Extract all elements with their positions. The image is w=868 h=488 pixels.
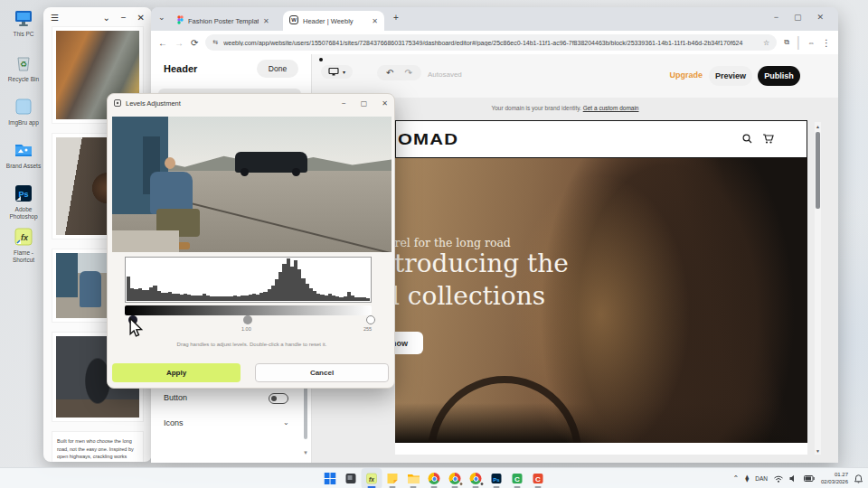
desktop-icon-photoshop[interactable]: Ps Adobe Photoshop xyxy=(4,183,43,221)
scroll-down-icon[interactable]: ▼ xyxy=(303,450,308,455)
desktop-icon-recycle-bin[interactable]: ♻ Recycle Bin xyxy=(4,52,43,83)
windows-logo-icon xyxy=(325,473,336,484)
icons-row-label: Icons xyxy=(164,418,184,427)
image-preview xyxy=(112,117,392,252)
levels-gradient-bar xyxy=(125,305,372,315)
search-icon[interactable] xyxy=(742,134,752,144)
photoshop-icon: Ps xyxy=(491,473,503,484)
site-logo[interactable]: NOMAD xyxy=(395,131,458,149)
battery-icon[interactable] xyxy=(804,475,815,482)
scroll-down-icon[interactable]: ▼ xyxy=(816,448,820,454)
close-icon[interactable]: ✕ xyxy=(382,99,388,108)
tab-close-icon[interactable]: ✕ xyxy=(372,17,378,25)
taskbar-fx-app[interactable]: fx xyxy=(362,468,382,488)
tab-strip: ⌄ Fashion Poster Templates (Com ✕ W Head… xyxy=(151,7,838,31)
done-button[interactable]: Done xyxy=(257,60,298,78)
app-c-green-icon: C xyxy=(512,473,524,484)
midtone-value: 1.00 xyxy=(241,326,251,332)
svg-text:W: W xyxy=(291,17,297,23)
browser-toolbar: ← → ⟳ ⇆ weebly.com/app/website/users/155… xyxy=(151,31,838,54)
tab-fashion-poster[interactable]: Fashion Poster Templates (Com ✕ xyxy=(171,11,278,31)
notification-bell-icon[interactable] xyxy=(854,474,863,483)
taskbar-notes-app[interactable] xyxy=(382,468,403,488)
reload-icon[interactable]: ⟳ xyxy=(191,38,198,48)
close-icon[interactable]: ✕ xyxy=(137,13,145,23)
desktop: This PC ♻ Recycle Bin ImgBru app Brand A… xyxy=(0,0,868,488)
language-indicator[interactable]: DAN xyxy=(755,475,768,482)
bookmark-star-icon[interactable]: ☆ xyxy=(763,39,769,47)
taskbar-chrome-1[interactable] xyxy=(424,468,445,488)
taskbar-file-explorer[interactable] xyxy=(403,468,424,488)
folder-image-icon xyxy=(13,139,34,161)
tray-expand-icon[interactable]: ⌃ xyxy=(733,474,740,483)
help-text: Drag handles to adjust levels. Double-cl… xyxy=(108,342,395,347)
fx-app-icon: fx xyxy=(13,226,34,248)
minimize-icon[interactable]: − xyxy=(342,99,346,108)
levels-dialog-icon xyxy=(114,99,121,107)
desktop-icon-label: ImgBru app xyxy=(4,119,43,127)
taskbar-photoshop[interactable]: Ps xyxy=(486,468,507,488)
blue-app-icon xyxy=(13,96,34,117)
shop-now-button[interactable]: Shop now xyxy=(395,332,423,354)
desktop-icon-brand-assets[interactable]: Brand Assets xyxy=(4,139,43,170)
minimize-icon[interactable]: − xyxy=(774,13,778,22)
browser-menu-icon[interactable]: ⋮ xyxy=(822,38,831,48)
photo-app-titlebar[interactable]: ☰ ⌄ − ✕ xyxy=(43,7,152,27)
start-button[interactable] xyxy=(320,468,341,488)
custom-domain-link[interactable]: Get a custom domain xyxy=(583,105,639,111)
button-toggle[interactable] xyxy=(269,393,288,404)
note-card[interactable]: Built for men who choose the long road, … xyxy=(52,432,143,462)
extensions-icon[interactable]: ⧉ xyxy=(784,38,789,47)
taskbar-dark-app[interactable] xyxy=(341,468,362,488)
taskbar-c-green-app[interactable]: C xyxy=(507,468,528,488)
svg-text:C: C xyxy=(535,475,541,483)
cart-icon[interactable] xyxy=(762,133,774,145)
white-point-handle[interactable] xyxy=(366,315,375,324)
minimize-icon[interactable]: − xyxy=(121,13,127,23)
undo-icon[interactable]: ↶ xyxy=(386,68,393,78)
scroll-up-icon[interactable]: ▲ xyxy=(816,124,820,129)
taskbar-chrome-2[interactable] xyxy=(445,468,466,488)
svg-text:♻: ♻ xyxy=(20,60,27,69)
tab-search-chevron-icon[interactable]: ⌄ xyxy=(158,13,165,22)
back-icon[interactable]: ← xyxy=(158,38,167,48)
device-preview-selector[interactable]: ▾ xyxy=(321,65,353,79)
site-header[interactable]: NOMAD xyxy=(395,120,807,158)
clock[interactable]: 01.27 02/03/2026 xyxy=(821,472,848,485)
publish-button[interactable]: Publish xyxy=(758,66,800,86)
new-tab-button[interactable]: + xyxy=(393,13,399,23)
chevron-down-icon[interactable]: ⌄ xyxy=(283,418,289,427)
preview-scrollbar-thumb[interactable] xyxy=(816,132,820,209)
forward-icon[interactable]: → xyxy=(175,38,184,48)
midtone-handle[interactable] xyxy=(243,315,252,324)
close-icon[interactable]: ✕ xyxy=(816,13,824,22)
autosaved-status: Autosaved xyxy=(428,70,462,79)
hero-section[interactable]: Apparel for the long road Introducing th… xyxy=(395,158,807,443)
sticky-notes-icon xyxy=(387,473,399,484)
desktop-icon-img-app[interactable]: ImgBru app xyxy=(4,96,43,127)
redo-icon[interactable]: ↷ xyxy=(404,68,411,78)
taskbar-c-red-app[interactable]: C xyxy=(528,468,549,488)
tab-close-icon[interactable]: ✕ xyxy=(263,17,269,25)
maximize-icon[interactable]: ▢ xyxy=(794,13,802,22)
app-c-red-icon: C xyxy=(533,473,544,484)
tray-app-icon[interactable]: ⧫ xyxy=(745,474,749,483)
hamburger-menu-icon[interactable]: ☰ xyxy=(51,13,59,23)
volume-icon[interactable] xyxy=(789,474,797,483)
cancel-button[interactable]: Cancel xyxy=(255,363,389,382)
extension-arrows-icon[interactable]: ⇔ xyxy=(807,39,815,47)
address-bar[interactable]: ⇆ weebly.com/app/website/users/155076841… xyxy=(205,34,777,51)
site-info-icon[interactable]: ⇆ xyxy=(212,39,218,46)
wifi-icon[interactable] xyxy=(774,475,783,483)
upgrade-link[interactable]: Upgrade xyxy=(669,70,703,80)
dialog-titlebar[interactable]: Levels Adjustment − ▢ ✕ xyxy=(108,94,394,112)
desktop-icon-fx-shortcut[interactable]: fx Flame - Shortcut xyxy=(4,226,43,264)
maximize-icon[interactable]: ▢ xyxy=(361,99,368,108)
taskbar-chrome-3[interactable] xyxy=(466,468,486,488)
tab-header-weebly[interactable]: W Header | Weebly ✕ xyxy=(283,11,384,31)
chevron-down-icon[interactable]: ⌄ xyxy=(102,13,109,23)
preview-button[interactable]: Preview xyxy=(709,66,752,86)
notification-dot xyxy=(319,58,323,61)
apply-button[interactable]: Apply xyxy=(112,363,241,382)
desktop-icon-this-pc[interactable]: This PC xyxy=(4,7,43,38)
